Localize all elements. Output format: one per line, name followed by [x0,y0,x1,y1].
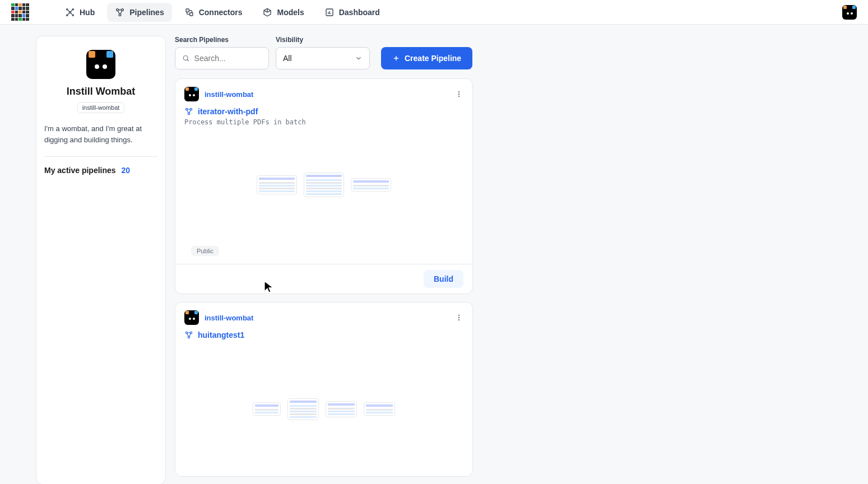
svg-point-18 [458,315,459,316]
svg-point-2 [72,8,73,10]
card-head: instill-wombat [175,79,472,101]
create-pipeline-button[interactable]: Create Pipeline [381,47,472,69]
visibility-group: Visibility All [276,36,370,69]
kebab-icon[interactable] [454,313,463,322]
svg-point-4 [72,15,73,16]
visibility-select[interactable]: All [276,47,370,69]
nav-models-label: Models [277,8,304,17]
card-foot: Public [175,244,472,264]
profile-name: Instill Wombat [44,86,157,97]
dashboard-icon [324,7,335,17]
app-logo[interactable] [11,3,29,21]
nav-pipelines-label: Pipelines [129,8,164,17]
search-icon [182,54,190,63]
svg-point-11 [183,55,188,60]
search-label: Search Pipelines [175,36,269,44]
svg-point-13 [458,94,459,95]
nav-connectors[interactable]: Connectors [177,3,250,22]
pipeline-icon [184,331,193,339]
card-owner-avatar[interactable] [184,310,199,325]
svg-rect-9 [189,12,192,15]
visibility-badge: Public [191,246,219,256]
svg-point-20 [458,319,459,320]
search-input-wrap[interactable] [175,47,269,69]
card-owner-link[interactable]: instill-wombat [205,314,253,322]
models-icon [262,7,272,17]
topbar: Hub Pipelines Connectors Models Dashboar… [0,0,868,25]
chevron-down-icon [355,54,363,62]
card-title: iterator-with-pdf [198,107,258,116]
card-owner-avatar[interactable] [184,87,199,101]
preview-node [326,401,357,417]
page-body: Instill Wombat instill-wombat I'm a womb… [0,25,868,484]
preview-node [351,178,391,192]
pipeline-icon [184,107,193,116]
user-avatar[interactable] [842,5,857,20]
card-title: huitangtest1 [198,331,244,339]
visibility-label: Visibility [276,36,370,44]
stats-count: 20 [122,166,131,175]
nav-dashboard[interactable]: Dashboard [317,3,388,22]
card-title-row[interactable]: iterator-with-pdf [175,101,472,118]
card-actions: Build [175,264,472,294]
search-group: Search Pipelines [175,36,269,69]
preview-node [287,398,319,420]
main-nav: Hub Pipelines Connectors Models Dashboar… [57,3,388,22]
nav-hub[interactable]: Hub [57,3,103,22]
card-head: instill-wombat [175,302,472,325]
nav-models[interactable]: Models [254,3,312,22]
preview-node [304,173,344,197]
visibility-value: All [283,54,292,63]
svg-point-14 [458,96,459,97]
topbar-right [842,5,857,20]
nav-pipelines[interactable]: Pipelines [107,3,171,22]
preview-node [253,402,281,416]
create-pipeline-label: Create Pipeline [405,54,461,63]
card-owner-link[interactable]: instill-wombat [205,90,253,99]
kebab-icon[interactable] [454,90,463,99]
svg-point-12 [458,91,459,92]
card-preview [175,126,472,244]
build-button[interactable]: Build [424,270,463,288]
preview-node [364,402,395,416]
connectors-icon [184,7,194,17]
hub-icon [65,7,75,17]
profile-stats: My active pipelines 20 [44,156,157,184]
svg-rect-8 [186,9,189,12]
profile-avatar [86,50,115,79]
profile-bio: I'm a wombat, and I'm great at digging a… [44,123,157,145]
nav-hub-label: Hub [80,8,95,17]
profile-card: Instill Wombat instill-wombat I'm a womb… [36,36,166,484]
filter-bar: Search Pipelines Visibility All Create P… [175,36,473,69]
pipeline-card: instill-wombat huitangtest1 [175,302,473,477]
stats-label: My active pipelines [44,166,116,175]
preview-node [257,175,297,194]
nav-connectors-label: Connectors [199,8,243,17]
profile-handle: instill-wombat [77,102,125,113]
search-input[interactable] [194,54,262,63]
pipeline-card: instill-wombat iterator-with-pdf Process… [175,78,473,294]
svg-point-19 [458,317,459,318]
svg-point-3 [67,15,68,16]
card-description: Process multiple PDFs in batch [175,118,472,126]
pipelines-icon [115,7,125,17]
card-title-row[interactable]: huitangtest1 [175,325,472,342]
main-column: Search Pipelines Visibility All Create P… [175,36,473,484]
nav-dashboard-label: Dashboard [339,8,380,17]
svg-point-0 [69,11,71,13]
plus-icon [392,54,400,62]
svg-point-1 [67,8,68,10]
card-preview [175,342,472,476]
